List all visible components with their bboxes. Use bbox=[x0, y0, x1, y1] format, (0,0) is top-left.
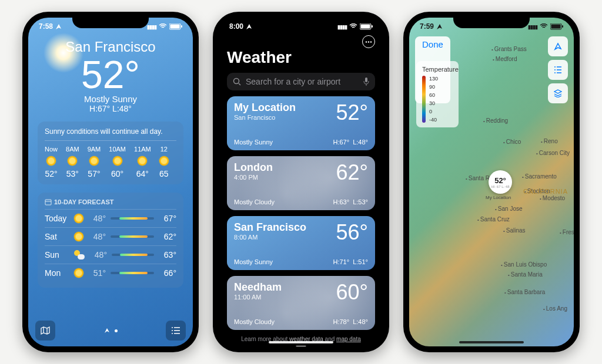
status-time: 7:58 bbox=[39, 22, 53, 31]
daily-header: 10-DAY FORECAST bbox=[45, 198, 176, 205]
sun-icon bbox=[74, 214, 83, 223]
phone-weather-list: 8:00 Weather Search for a city or airpor… bbox=[213, 12, 389, 352]
map-icon bbox=[41, 326, 50, 335]
current-temperature: 52° bbox=[38, 55, 183, 94]
svg-rect-13 bbox=[365, 77, 367, 82]
map-city-label: Sacramento bbox=[522, 173, 557, 180]
svg-line-12 bbox=[239, 83, 240, 85]
map-button[interactable] bbox=[35, 321, 55, 341]
more-button[interactable] bbox=[362, 35, 375, 48]
svg-rect-7 bbox=[372, 25, 373, 28]
map-city-label: Reno bbox=[541, 138, 558, 144]
daily-row[interactable]: Mon51°66° bbox=[45, 264, 176, 282]
page-indicator[interactable] bbox=[104, 328, 118, 333]
map-city-label: Modesto bbox=[540, 195, 565, 201]
sun-icon bbox=[89, 156, 99, 166]
status-time: 7:59 bbox=[420, 22, 434, 31]
hourly-item: 9AM57° bbox=[88, 146, 101, 178]
svg-rect-15 bbox=[551, 24, 561, 28]
hourly-item: 8AM53° bbox=[66, 146, 79, 178]
sun-icon bbox=[68, 156, 77, 166]
city-card[interactable]: London4:00 PM62°Mostly CloudyH:63° L:53° bbox=[227, 156, 375, 210]
svg-point-10 bbox=[370, 41, 372, 42]
map-city-label: Chico bbox=[503, 139, 521, 145]
page-title: Weather bbox=[227, 48, 375, 67]
svg-rect-2 bbox=[181, 25, 182, 28]
city-card[interactable]: San Francisco8:00 AM56°Mostly SunnyH:71°… bbox=[227, 216, 375, 270]
signal-icon bbox=[337, 22, 347, 31]
svg-point-9 bbox=[368, 41, 369, 42]
locate-button[interactable] bbox=[548, 36, 568, 56]
wifi-icon bbox=[540, 23, 548, 29]
status-bar: 7:58 bbox=[28, 18, 193, 33]
location-arrow-icon bbox=[246, 23, 252, 30]
daily-card[interactable]: 10-DAY FORECAST Today48°67°Sat48°62°Sun4… bbox=[38, 193, 183, 288]
layers-icon bbox=[554, 89, 562, 97]
search-field[interactable]: Search for a city or airport bbox=[227, 73, 375, 90]
daily-row[interactable]: Today48°67° bbox=[45, 209, 176, 227]
map-city-label: Santa Cruz bbox=[477, 216, 510, 223]
battery-icon bbox=[550, 23, 563, 30]
daily-row[interactable]: Sat48°62° bbox=[45, 227, 176, 245]
map-city-label: San Luis Obispo bbox=[501, 261, 547, 268]
battery-icon bbox=[169, 23, 182, 30]
hourly-card[interactable]: Sunny conditions will continue all day. … bbox=[38, 122, 183, 184]
home-indicator[interactable] bbox=[269, 341, 333, 343]
phone-weather-detail: 7:58 San Francisco 52° Mostly Sunny H:67… bbox=[22, 12, 199, 352]
list-button[interactable] bbox=[166, 321, 186, 341]
hi-lo-text: H:67° L:48° bbox=[38, 104, 183, 113]
mic-icon[interactable] bbox=[363, 77, 369, 86]
wifi-icon bbox=[159, 23, 167, 29]
list-button[interactable] bbox=[548, 60, 568, 80]
map-city-label: Redding bbox=[483, 117, 508, 124]
phone-weather-map: 7:59 Done Temperature 1309060300-40 Gran… bbox=[403, 12, 580, 352]
svg-point-11 bbox=[234, 79, 239, 84]
map-data-link[interactable]: map data bbox=[336, 336, 361, 342]
svg-rect-3 bbox=[45, 200, 51, 205]
sun-icon bbox=[74, 268, 83, 278]
map-city-label: San Jose bbox=[495, 205, 523, 212]
state-label: CALIFORNIA bbox=[523, 188, 568, 195]
map-city-label: Santa Barbara bbox=[504, 289, 545, 295]
calendar-icon bbox=[45, 198, 52, 205]
battery-icon bbox=[360, 23, 373, 30]
partly-cloudy-icon bbox=[74, 250, 85, 259]
svg-point-8 bbox=[366, 41, 367, 42]
map-city-label: Fres bbox=[560, 229, 574, 235]
city-card[interactable]: My LocationSan Francisco52°Mostly SunnyH… bbox=[227, 96, 375, 150]
condition-text: Mostly Sunny bbox=[38, 94, 183, 104]
signal-icon bbox=[147, 22, 156, 31]
location-arrow-icon bbox=[436, 23, 443, 30]
map-city-label: Santa Maria bbox=[508, 271, 543, 278]
list-icon bbox=[171, 327, 180, 334]
location-arrow-icon bbox=[104, 328, 110, 333]
status-time: 8:00 bbox=[229, 22, 243, 31]
home-indicator[interactable] bbox=[459, 341, 524, 343]
sun-icon bbox=[113, 156, 122, 166]
status-bar: 8:00 bbox=[219, 18, 383, 33]
search-placeholder: Search for a city or airport bbox=[246, 77, 340, 86]
temperature-legend: Temperature 1309060300-40 bbox=[416, 61, 459, 127]
weather-channel-icon: TWC bbox=[296, 346, 306, 346]
location-pin[interactable]: 52° HI: 67 L: 48 bbox=[489, 170, 512, 194]
sun-icon bbox=[138, 156, 147, 166]
wifi-icon bbox=[349, 23, 357, 29]
daily-row[interactable]: Sun48°63° bbox=[45, 245, 176, 264]
city-card[interactable]: Needham11:00 AM60°Mostly CloudyH:78° L:4… bbox=[227, 276, 375, 330]
summary-text: Sunny conditions will continue all day. bbox=[45, 127, 176, 141]
search-icon bbox=[233, 77, 241, 86]
hourly-item: 10AM60° bbox=[109, 146, 126, 178]
pin-label: My Location bbox=[486, 195, 511, 200]
hourly-item: Now52° bbox=[45, 146, 58, 178]
signal-icon bbox=[528, 22, 537, 31]
sun-icon bbox=[74, 232, 83, 241]
list-icon bbox=[554, 66, 562, 73]
status-bar: 7:59 bbox=[409, 18, 574, 33]
sun-icon bbox=[159, 156, 169, 166]
svg-rect-16 bbox=[562, 25, 563, 28]
svg-rect-1 bbox=[170, 24, 180, 28]
location-arrow-icon bbox=[554, 42, 562, 50]
layers-button[interactable] bbox=[548, 83, 568, 103]
svg-rect-6 bbox=[361, 24, 370, 28]
map-city-label: Los Ang bbox=[543, 305, 567, 312]
